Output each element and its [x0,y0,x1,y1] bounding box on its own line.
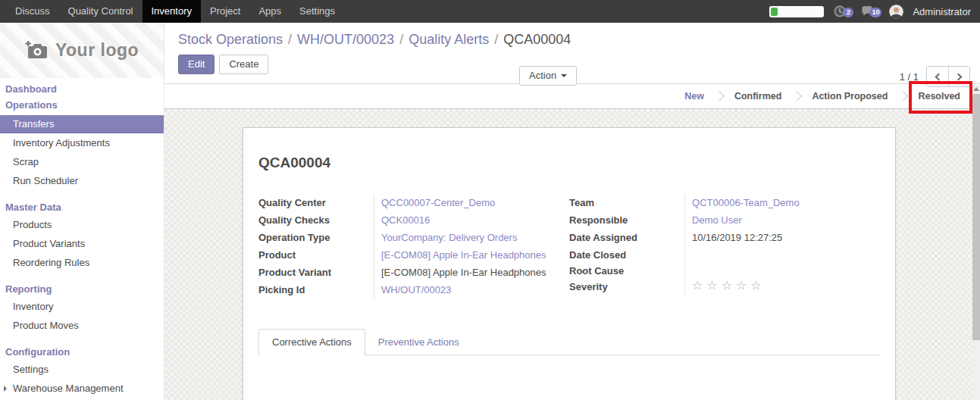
top-menu-inventory[interactable]: Inventory [142,0,201,23]
sidebar-item-inventory-report[interactable]: Inventory [0,297,164,316]
left-field-group: Quality Center QCC00007-Center_Demo Qual… [258,194,565,298]
create-button[interactable]: Create [219,55,268,74]
sidebar-item-label: Warehouse Management [13,383,124,394]
field-value-link[interactable]: QCK00016 [374,211,565,229]
empty-star-icon[interactable] [722,279,736,292]
status-confirmed[interactable]: Confirmed [734,91,782,102]
field-value [684,246,880,262]
pager-next-button[interactable] [948,67,969,86]
sidebar-item-warehouse-management[interactable]: Warehouse Management [0,379,164,398]
breadcrumb-separator: / [283,32,297,47]
field-value-link[interactable]: WH/OUT/00023 [374,281,565,298]
sidebar-item-products[interactable]: Products [0,215,164,234]
field-label: Operation Type [258,229,374,246]
field-label: Team [569,194,684,211]
top-menu-discuss[interactable]: Discuss [6,0,59,23]
right-field-group: Team QCT00006-Team_Demo Responsible Demo… [569,194,880,298]
field-responsible: Responsible Demo User [569,211,880,229]
field-value-link[interactable]: [E-COM08] Apple In-Ear Headphones [374,246,565,264]
field-label: Quality Checks [258,211,374,229]
sidebar-item-product-variants[interactable]: Product Variants [0,234,164,253]
status-arrow-icon [791,91,802,102]
breadcrumb-current: QCA00004 [503,32,571,47]
empty-star-icon[interactable] [706,279,721,292]
field-label: Date Closed [569,246,684,262]
field-product: Product [E-COM08] Apple In-Ear Headphone… [258,246,565,264]
sidebar-item-transfers[interactable]: Transfers [0,115,164,133]
camera-logo-icon [25,41,49,60]
field-product-variant: Product Variant [E-COM08] Apple In-Ear H… [258,264,565,281]
activity-menu[interactable]: 2 [833,5,847,18]
status-resolved[interactable]: Resolved [918,91,960,102]
top-menu-apps[interactable]: Apps [249,0,290,23]
field-label: Date Assigned [569,229,684,246]
status-new[interactable]: New [684,91,704,102]
field-root-cause: Root Cause [569,262,880,278]
statusbar: New Confirmed Action Proposed Resolved [164,84,980,109]
empty-star-icon[interactable] [692,279,706,292]
top-menu-settings[interactable]: Settings [290,0,344,23]
field-label: Picking Id [258,281,374,298]
field-value: 10/16/2019 12:27:25 [684,229,880,246]
field-date-assigned: Date Assigned 10/16/2019 12:27:25 [569,229,880,246]
scroll-up-arrow-icon[interactable] [973,87,979,91]
field-label: Root Cause [569,262,684,278]
pager-previous-button[interactable] [927,67,948,86]
field-value-link[interactable]: YourCompany: Delivery Orders [374,229,565,246]
field-label: Responsible [569,211,684,229]
form-workspace: QCA00004 Quality Center QCC00007-Center_… [164,109,980,400]
field-quality-checks: Quality Checks QCK00016 [258,211,565,229]
field-quality-center: Quality Center QCC00007-Center_Demo [258,194,565,211]
field-value-link[interactable]: QCC00007-Center_Demo [374,194,565,211]
pager: 1 / 1 [900,66,970,87]
tab-corrective-actions[interactable]: Corrective Actions [258,329,365,355]
logo-text: Your logo [55,40,139,61]
empty-star-icon[interactable] [736,279,750,292]
top-menu-project[interactable]: Project [201,0,249,23]
breadcrumb-separator: / [489,32,503,47]
status-action-proposed[interactable]: Action Proposed [812,91,888,102]
sidebar-item-inventory-adjustments[interactable]: Inventory Adjustments [0,133,164,152]
field-groups: Quality Center QCC00007-Center_Demo Qual… [258,194,880,298]
messages-menu[interactable]: 10 [860,5,874,18]
user-avatar[interactable] [889,5,903,19]
sidebar-section-operations[interactable]: Operations [0,97,164,113]
sidebar-item-product-moves[interactable]: Product Moves [0,316,164,335]
empty-star-icon[interactable] [750,279,765,292]
tab-preventive-actions[interactable]: Preventive Actions [365,330,472,355]
notebook-tabs: Corrective Actions Preventive Actions [258,329,880,355]
record-title: QCA00004 [258,155,880,171]
chevron-right-icon [954,73,962,80]
edit-button[interactable]: Edit [178,55,214,74]
chevron-left-icon [935,73,943,80]
user-menu[interactable]: Administrator [913,6,974,17]
field-label: Quality Center [258,194,374,211]
sidebar-item-run-scheduler[interactable]: Run Scheduler [0,171,164,190]
field-value-link[interactable]: Demo User [684,211,880,229]
form-sheet: QCA00004 Quality Center QCC00007-Center_… [243,127,896,400]
activity-count-badge: 2 [843,8,853,17]
breadcrumb-wh-out[interactable]: WH/OUT/00023 [297,32,394,47]
field-value: [E-COM08] Apple In-Ear Headphones [374,264,565,281]
sidebar-item-settings[interactable]: Settings [0,360,164,379]
field-value-link[interactable]: QCT00006-Team_Demo [684,194,880,211]
sidebar-section-configuration[interactable]: Configuration [0,344,164,360]
company-logo: Your logo [0,23,164,78]
sidebar-section-master-data[interactable]: Master Data [0,199,164,215]
sidebar-item-reordering-rules[interactable]: Reordering Rules [0,253,164,272]
field-label: Severity [569,278,684,295]
action-dropdown-button[interactable]: Action [519,66,577,86]
vertical-scrollbar[interactable] [972,85,980,400]
scrollbar-thumb[interactable] [972,94,980,340]
top-menu-list: Discuss Quality Control Inventory Projec… [0,0,344,23]
breadcrumb-stock-operations[interactable]: Stock Operations [178,32,283,47]
sidebar-item-dashboard[interactable]: Dashboard [0,81,164,97]
status-arrow-icon [714,91,725,102]
timer-progress-widget[interactable] [769,6,824,17]
avatar-photo-icon [889,5,903,19]
breadcrumb-quality-alerts[interactable]: Quality Alerts [409,32,489,47]
top-menu-quality-control[interactable]: Quality Control [59,0,142,23]
sidebar-item-scrap[interactable]: Scrap [0,152,164,171]
sidebar-section-reporting[interactable]: Reporting [0,281,164,297]
field-label: Product [258,246,374,264]
